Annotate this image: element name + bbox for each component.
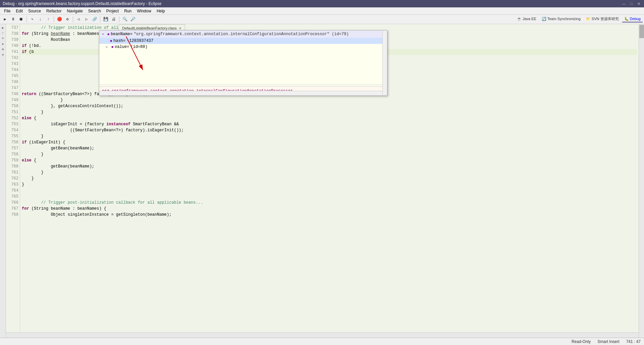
svg-line-1 <box>126 37 143 70</box>
code-line-760: getBean(beanName); <box>22 163 637 169</box>
code-line-766: // Trigger post-initialization callback … <box>22 200 637 206</box>
sidebar-btn-3[interactable]: ≡ <box>1 36 5 41</box>
menu-search[interactable]: Search <box>86 8 104 14</box>
code-line-758: } <box>22 151 637 157</box>
toolbar-btn-9[interactable]: ◁ <box>75 16 82 23</box>
persp-svn[interactable]: 📁 SVN 资源库研究 <box>584 16 621 23</box>
sidebar-btn-1[interactable]: ▶ <box>1 25 5 30</box>
popup-scrollbar-vertical[interactable] <box>382 30 387 95</box>
menu-run[interactable]: Run <box>121 8 134 14</box>
toolbar-btn-11[interactable]: 🔗 <box>91 16 98 23</box>
persp-java-ee[interactable]: ☕ Java EE <box>515 16 538 22</box>
tab-default-listable-label: DefaultListableBeanFactory.class <box>122 26 176 30</box>
code-line-757: getBean(beanName); <box>22 145 637 151</box>
line-numbers: 737738739740 741742743744 745746747748 7… <box>6 24 20 338</box>
perspective-bar: ☕ Java EE 🔄 Team Synchronizing 📁 SVN 资源库… <box>514 15 644 24</box>
menu-window[interactable]: Window <box>134 8 154 14</box>
debug-arrow-svg <box>109 33 176 77</box>
code-line-761: } <box>22 169 637 176</box>
maximize-button[interactable]: □ <box>629 1 634 6</box>
close-button[interactable]: ✕ <box>636 1 641 6</box>
code-line-752: else { <box>22 115 637 121</box>
tab-close-icon[interactable]: ✕ <box>179 26 181 30</box>
toolbar-btn-8[interactable]: ⚙ <box>64 16 71 23</box>
code-line-753: isEagerInit = (factory instanceof SmartF… <box>22 121 637 127</box>
code-line-749: } <box>22 97 637 103</box>
read-only-status: Read-Only <box>572 339 591 344</box>
code-line-751: } <box>22 109 637 115</box>
code-line-765 <box>22 194 637 200</box>
toolbar-btn-1[interactable]: ▶ <box>1 16 9 23</box>
menu-project[interactable]: Project <box>104 8 121 14</box>
code-line-764 <box>22 188 637 194</box>
code-line-756: if (isEagerInit) { <box>22 139 637 145</box>
menu-source[interactable]: Source <box>25 8 44 14</box>
code-line-755: } <box>22 133 637 139</box>
popup-separator <box>99 85 387 85</box>
code-line-754: ((SmartFactoryBean<?>) factory).isEagerI… <box>22 127 637 133</box>
code-line-768: Object singletonInstance = getSingleton(… <box>22 212 637 218</box>
sidebar-btn-4[interactable]: ◈ <box>1 42 5 46</box>
toolbar-separator-2 <box>54 16 54 22</box>
status-bar: Read-Only Smart Insert 741 : 47 <box>0 338 644 345</box>
menu-help[interactable]: Help <box>154 8 168 14</box>
debug-popup: ▾ ■ beanName= "org.springframework.conte… <box>99 30 387 96</box>
toolbar-separator-4 <box>100 16 100 22</box>
toolbar-btn-4[interactable]: ↷ <box>29 16 36 23</box>
toolbar-separator-5 <box>119 16 119 22</box>
menu-navigate[interactable]: Navigate <box>64 8 85 14</box>
toolbar-btn-13[interactable]: 🖨 <box>110 16 117 23</box>
sidebar-btn-2[interactable]: ↕ <box>1 31 5 36</box>
left-sidebar: ▶ ↕ ≡ ◈ ⊞ ⊟ <box>0 24 6 338</box>
persp-debug[interactable]: 🐛 Debug <box>622 16 643 22</box>
main-scrollbar-horizontal[interactable] <box>6 332 639 338</box>
toolbar-btn-14[interactable]: 🔍 <box>121 16 128 23</box>
toolbar-btn-15[interactable]: 🔎 <box>129 16 137 23</box>
toolbar-btn-12[interactable]: 💾 <box>102 16 109 23</box>
code-line-762: } <box>22 176 637 182</box>
toolbar-btn-6[interactable]: ↑ <box>45 16 52 23</box>
toolbar-btn-2[interactable]: ⏸ <box>9 16 17 23</box>
code-line-750: }, getAccessControlContext()); <box>22 103 637 109</box>
insert-mode-status: Smart Insert <box>597 339 619 344</box>
code-line-759: else { <box>22 157 637 163</box>
toolbar-btn-7[interactable]: 🔴 <box>56 16 63 23</box>
persp-team-sync[interactable]: 🔄 Team Synchronizing <box>540 16 583 22</box>
code-line-767: for (String beanName : beanNames) { <box>22 206 637 212</box>
main-scrollbar-vertical[interactable] <box>639 24 644 338</box>
menu-refactor[interactable]: Refactor <box>44 8 64 14</box>
scrollbar-thumb-v[interactable] <box>639 25 644 38</box>
menu-edit[interactable]: Edit <box>13 8 25 14</box>
title-text: Debug - org.springframework.beans.factor… <box>3 1 161 6</box>
popup-scrollbar-horizontal[interactable] <box>99 91 382 95</box>
sidebar-btn-6[interactable]: ⊟ <box>1 52 5 57</box>
toolbar-separator-1 <box>26 16 27 22</box>
toolbar-btn-5[interactable]: ↓ <box>37 16 44 23</box>
code-line-763: } <box>22 182 637 188</box>
toolbar-btn-3[interactable]: ⏹ <box>17 16 25 23</box>
minimize-button[interactable]: — <box>621 1 627 6</box>
menu-bar: File Edit Source Refactor Navigate Searc… <box>0 7 644 15</box>
menu-file[interactable]: File <box>1 8 13 14</box>
title-bar: Debug - org.springframework.beans.factor… <box>0 0 644 7</box>
toolbar-btn-10[interactable]: ▷ <box>83 16 90 23</box>
expand-arrow[interactable]: ▾ <box>102 32 106 36</box>
window-controls: — □ ✕ <box>621 1 641 6</box>
cursor-position-status: 741 : 47 <box>626 339 641 344</box>
toolbar-separator-3 <box>73 16 73 22</box>
sidebar-btn-5[interactable]: ⊞ <box>1 47 5 52</box>
